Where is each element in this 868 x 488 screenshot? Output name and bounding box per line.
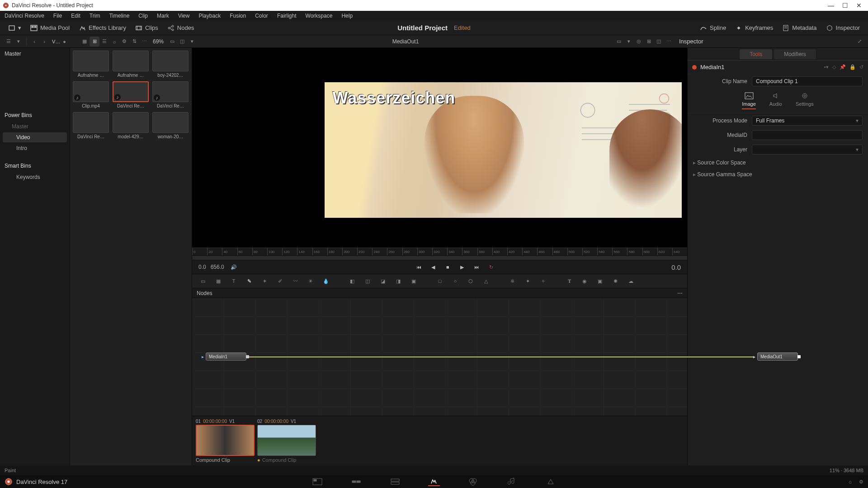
metadata-button[interactable]: Metadata: [778, 23, 821, 33]
loop-icon[interactable]: ↻: [486, 262, 496, 272]
tool-resize-icon[interactable]: ▣: [409, 277, 418, 286]
clips-strip-item[interactable]: 0200:00:00:00V1 ●Compound Clip: [257, 419, 316, 463]
maximize-button[interactable]: ☐: [842, 2, 848, 9]
clip-item[interactable]: model-429…: [113, 112, 149, 139]
tool-ellipse-icon[interactable]: ○: [451, 277, 460, 286]
tool-mask-pen-icon[interactable]: ✐: [275, 277, 284, 286]
step-back-icon[interactable]: ◀: [428, 262, 438, 272]
library-dropdown[interactable]: ▾: [4, 23, 26, 33]
viewer-fit-dd[interactable]: ▾: [624, 37, 634, 47]
clip-name-field[interactable]: Compound Clip 1: [752, 76, 863, 86]
inspector-tab-audio[interactable]: Audio: [769, 92, 782, 109]
source-color-space[interactable]: Source Color Space: [688, 157, 868, 169]
viewer-grid[interactable]: ⊞: [644, 37, 654, 47]
menu-workspace[interactable]: Workspace: [301, 13, 337, 19]
clip-item[interactable]: ♪ Clip.mp4: [73, 81, 109, 108]
menu-clip[interactable]: Clip: [134, 13, 152, 19]
keyframe-icon[interactable]: ◇: [832, 64, 836, 70]
view-thumb-lg[interactable]: ▦: [80, 37, 90, 47]
page-deliver[interactable]: [545, 477, 557, 486]
clip-item[interactable]: Aufnahme …: [113, 51, 149, 78]
tool-blur-icon[interactable]: 💧: [321, 277, 330, 286]
process-mode-select[interactable]: Full Frames▾: [752, 116, 863, 126]
reset-icon[interactable]: ↺: [859, 64, 863, 70]
bin-keywords[interactable]: Keywords: [3, 172, 67, 182]
tool-render3d-icon[interactable]: ☁: [626, 277, 635, 286]
viewer-layout-2[interactable]: ◫: [177, 37, 187, 47]
page-fairlight[interactable]: [506, 477, 518, 486]
filter-icon[interactable]: ⚙: [119, 37, 129, 47]
menu-playback[interactable]: Playback: [194, 13, 225, 19]
tool-wand-icon[interactable]: △: [481, 277, 491, 286]
pin-icon[interactable]: 📌: [840, 64, 846, 70]
menu-help[interactable]: Help: [337, 13, 357, 19]
clip-item[interactable]: boy-24202…: [152, 51, 189, 78]
tool-fastnoise-icon[interactable]: ▦: [214, 277, 223, 286]
inspector-expand-icon[interactable]: ⤢: [854, 37, 864, 47]
zoom-level[interactable]: 69%: [153, 38, 164, 45]
playhead-slider[interactable]: [192, 256, 687, 260]
search-icon[interactable]: ⌕: [109, 37, 119, 47]
clips-strip-item[interactable]: 0100:00:00:00V1 Compound Clip: [196, 419, 255, 463]
spline-button[interactable]: Spline: [695, 23, 731, 33]
sort-label[interactable]: V…: [52, 39, 60, 44]
tool-prender-icon[interactable]: ✦: [523, 277, 532, 286]
forward-button[interactable]: ›: [39, 37, 49, 47]
tool-channelbool-icon[interactable]: ◨: [394, 277, 403, 286]
tool-rectangle-icon[interactable]: □: [435, 277, 444, 286]
tool-brightness-icon[interactable]: ☀: [306, 277, 315, 286]
tool-bspline-icon[interactable]: 〰: [291, 277, 300, 286]
tool-transform-icon[interactable]: ◫: [363, 277, 372, 286]
tool-particles-icon[interactable]: ※: [508, 277, 517, 286]
viewer-canvas[interactable]: Wasserzeichen: [192, 48, 687, 248]
bin-dropdown[interactable]: ▾: [14, 37, 24, 47]
node-mediain1[interactable]: MediaIn1: [206, 352, 246, 361]
bin-video[interactable]: Video: [3, 132, 67, 142]
viewer-more[interactable]: ⋯: [664, 37, 674, 47]
bin-list-toggle[interactable]: ☰: [4, 37, 14, 47]
settings-icon[interactable]: ⚙: [859, 479, 863, 485]
tool-tracker-icon[interactable]: ✶: [260, 277, 269, 286]
menu-file[interactable]: File: [49, 13, 66, 19]
go-last-icon[interactable]: ⏭: [472, 262, 481, 272]
menu-fusion[interactable]: Fusion: [225, 13, 250, 19]
clip-item[interactable]: ♪ DaVinci Re…: [113, 81, 149, 108]
menu-mark[interactable]: Mark: [152, 13, 174, 19]
inspector-tab-modifiers[interactable]: Modifiers: [774, 49, 816, 59]
inspector-tab-tools[interactable]: Tools: [740, 49, 772, 59]
tool-polygon-icon[interactable]: ⬡: [466, 277, 475, 286]
viewer-split[interactable]: ◫: [654, 37, 664, 47]
menu-davinci[interactable]: DaVinci Resolve: [0, 13, 49, 19]
menu-trim[interactable]: Trim: [85, 13, 105, 19]
tool-background-icon[interactable]: ▭: [198, 277, 208, 286]
home-icon[interactable]: ⌂: [849, 479, 852, 485]
source-gamma-space[interactable]: Source Gamma Space: [688, 169, 868, 180]
tool-camera3d-icon[interactable]: ▣: [595, 277, 604, 286]
stop-icon[interactable]: ■: [443, 262, 453, 272]
tool-pemit-icon[interactable]: ✧: [538, 277, 547, 286]
viewer-layout-1[interactable]: ▭: [167, 37, 177, 47]
tool-text-icon[interactable]: T: [229, 277, 238, 286]
tool-merge-icon[interactable]: ◧: [348, 277, 357, 286]
inspector-tab-image[interactable]: Image: [742, 92, 756, 109]
view-list[interactable]: ☰: [99, 37, 109, 47]
master-bin[interactable]: Master: [0, 48, 70, 60]
tool-shape3d-icon[interactable]: ◉: [580, 277, 589, 286]
clip-item[interactable]: ♪ DaVinci Re…: [152, 81, 189, 108]
nodes-graph[interactable]: MediaIn1 MediaOut1: [192, 298, 687, 416]
node-enable-toggle[interactable]: [692, 65, 697, 70]
menu-timeline[interactable]: Timeline: [104, 13, 134, 19]
clip-item[interactable]: Aufnahme …: [73, 51, 109, 78]
inspector-tab-settings[interactable]: Settings: [796, 92, 814, 109]
mediaid-field[interactable]: [752, 130, 863, 140]
viewer-fit[interactable]: ▭: [614, 37, 624, 47]
go-first-icon[interactable]: ⏮: [414, 262, 424, 272]
versions-icon[interactable]: ▪▾: [824, 64, 829, 70]
media-pool-button[interactable]: Media Pool: [26, 23, 74, 33]
tool-paint-icon[interactable]: ✎: [245, 277, 254, 286]
page-edit[interactable]: [389, 477, 401, 486]
back-button[interactable]: ‹: [29, 37, 39, 47]
tool-3dtext-icon[interactable]: 𝐓: [565, 277, 574, 286]
audio-toggle-icon[interactable]: 🔊: [229, 262, 239, 272]
sort-icon[interactable]: ⇅: [129, 37, 139, 47]
